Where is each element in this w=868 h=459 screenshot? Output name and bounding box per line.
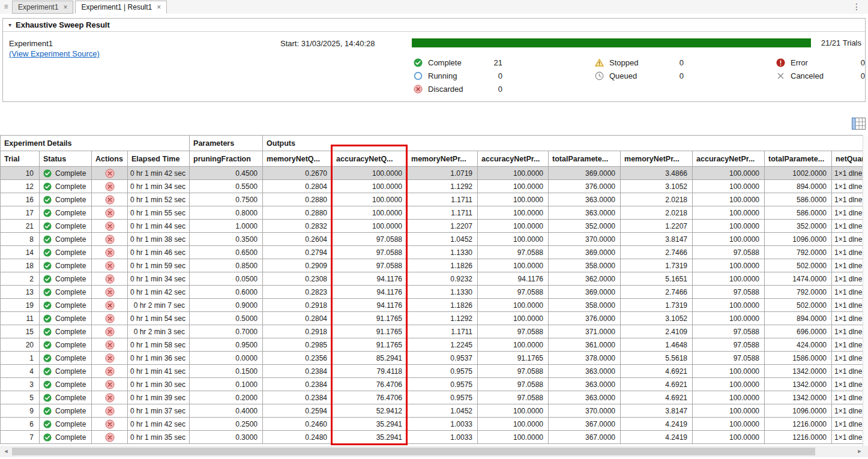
column-header-pruningfraction[interactable]: pruningFraction xyxy=(190,151,263,167)
value-cell[interactable]: 94.1176 xyxy=(333,272,408,286)
value-cell[interactable]: 100.0000 xyxy=(693,312,765,325)
net-quantized-cell[interactable]: 1×1 dlne xyxy=(832,246,863,259)
table-row[interactable]: 4Complete0 hr 1 min 41 sec0.15000.238479… xyxy=(1,365,863,378)
value-cell[interactable]: 369.0000 xyxy=(549,246,621,259)
table-row[interactable]: 9Complete0 hr 1 min 37 sec0.40000.259452… xyxy=(1,404,863,418)
value-cell[interactable]: 362.0000 xyxy=(549,272,621,286)
value-cell[interactable]: 1.1330 xyxy=(408,286,478,299)
value-cell[interactable]: 100.0000 xyxy=(478,206,549,220)
value-cell[interactable]: 76.4706 xyxy=(333,391,408,404)
value-cell[interactable]: 3.1052 xyxy=(621,180,693,193)
value-cell[interactable]: 97.0588 xyxy=(478,391,549,404)
status-cell[interactable]: Complete xyxy=(40,272,92,286)
value-cell[interactable]: 100.0000 xyxy=(478,167,549,180)
value-cell[interactable]: 100.0000 xyxy=(693,233,765,246)
value-cell[interactable]: 1.0452 xyxy=(408,404,478,418)
value-cell[interactable]: 1.0719 xyxy=(408,167,478,180)
discard-trial-button[interactable] xyxy=(92,406,127,416)
value-cell[interactable]: 1216.0000 xyxy=(765,431,832,444)
value-cell[interactable]: 100.0000 xyxy=(478,312,549,325)
trial-cell[interactable]: 4 xyxy=(1,365,40,378)
panel-title-bar[interactable]: ▾ Exhaustive Sweep Result xyxy=(3,19,865,32)
status-cell[interactable]: Complete xyxy=(40,312,92,325)
net-quantized-cell[interactable]: 1×1 dlne xyxy=(832,206,863,220)
close-icon[interactable]: × xyxy=(157,3,161,11)
status-cell[interactable]: Complete xyxy=(40,338,92,352)
value-cell[interactable]: 792.0000 xyxy=(765,286,832,299)
elapsed-time-cell[interactable]: 0 hr 2 min 7 sec xyxy=(128,299,190,312)
value-cell[interactable]: 100.0000 xyxy=(478,220,549,233)
value-cell[interactable]: 1474.0000 xyxy=(765,272,832,286)
status-cell[interactable]: Complete xyxy=(40,299,92,312)
value-cell[interactable]: 97.0588 xyxy=(333,233,408,246)
value-cell[interactable]: 0.2832 xyxy=(263,220,333,233)
value-cell[interactable]: 100.0000 xyxy=(478,299,549,312)
value-cell[interactable]: 0.3500 xyxy=(190,233,263,246)
value-cell[interactable]: 363.0000 xyxy=(549,193,621,206)
elapsed-time-cell[interactable]: 0 hr 1 min 42 sec xyxy=(128,418,190,431)
status-cell[interactable]: Complete xyxy=(40,180,92,193)
discard-trial-button[interactable] xyxy=(92,287,127,297)
column-header-memorynetpr[interactable]: memoryNetPr... xyxy=(408,151,478,167)
value-cell[interactable]: 100.0000 xyxy=(693,299,765,312)
value-cell[interactable]: 1.1826 xyxy=(408,299,478,312)
value-cell[interactable]: 0.5500 xyxy=(190,180,263,193)
value-cell[interactable]: 1586.0000 xyxy=(765,352,832,365)
value-cell[interactable]: 0.2804 xyxy=(263,312,333,325)
column-header-elapsedtime[interactable]: Elapsed Time xyxy=(128,151,190,167)
value-cell[interactable]: 100.0000 xyxy=(478,418,549,431)
value-cell[interactable]: 91.1765 xyxy=(333,338,408,352)
value-cell[interactable]: 97.0588 xyxy=(693,286,765,299)
value-cell[interactable]: 0.2823 xyxy=(263,286,333,299)
value-cell[interactable]: 586.0000 xyxy=(765,206,832,220)
table-row[interactable]: 6Complete0 hr 1 min 42 sec0.25000.246035… xyxy=(1,418,863,431)
elapsed-time-cell[interactable]: 0 hr 1 min 39 sec xyxy=(128,391,190,404)
value-cell[interactable]: 0.4000 xyxy=(190,404,263,418)
value-cell[interactable]: 97.0588 xyxy=(693,325,765,338)
value-cell[interactable]: 0.0000 xyxy=(190,352,263,365)
value-cell[interactable]: 100.0000 xyxy=(693,259,765,272)
status-cell[interactable]: Complete xyxy=(40,365,92,378)
value-cell[interactable]: 0.7000 xyxy=(190,325,263,338)
status-cell[interactable]: Complete xyxy=(40,193,92,206)
table-row[interactable]: 15Complete0 hr 2 min 3 sec0.70000.291891… xyxy=(1,325,863,338)
trial-cell[interactable]: 12 xyxy=(1,180,40,193)
elapsed-time-cell[interactable]: 0 hr 1 min 59 sec xyxy=(128,259,190,272)
table-row[interactable]: 16Complete0 hr 1 min 52 sec0.75000.28801… xyxy=(1,193,863,206)
value-cell[interactable]: 0.2918 xyxy=(263,325,333,338)
value-cell[interactable]: 352.0000 xyxy=(549,220,621,233)
trial-cell[interactable]: 1 xyxy=(1,352,40,365)
value-cell[interactable]: 0.2460 xyxy=(263,418,333,431)
value-cell[interactable]: 1.1826 xyxy=(408,259,478,272)
trial-cell[interactable]: 18 xyxy=(1,259,40,272)
column-header-netquan[interactable]: netQuan xyxy=(832,151,863,167)
elapsed-time-cell[interactable]: 0 hr 1 min 52 sec xyxy=(128,193,190,206)
value-cell[interactable]: 1.0452 xyxy=(408,233,478,246)
net-quantized-cell[interactable]: 1×1 dlne xyxy=(832,299,863,312)
value-cell[interactable]: 363.0000 xyxy=(549,378,621,391)
elapsed-time-cell[interactable]: 0 hr 1 min 37 sec xyxy=(128,404,190,418)
discard-trial-button[interactable] xyxy=(92,314,127,323)
value-cell[interactable]: 100.0000 xyxy=(693,391,765,404)
value-cell[interactable]: 0.9575 xyxy=(408,391,478,404)
elapsed-time-cell[interactable]: 0 hr 1 min 41 sec xyxy=(128,365,190,378)
trial-cell[interactable]: 19 xyxy=(1,299,40,312)
table-row[interactable]: 11Complete0 hr 1 min 54 sec0.50000.28049… xyxy=(1,312,863,325)
elapsed-time-cell[interactable]: 0 hr 1 min 35 sec xyxy=(128,431,190,444)
discard-trial-button[interactable] xyxy=(92,393,127,403)
column-header-trial[interactable]: Trial xyxy=(1,151,40,167)
value-cell[interactable]: 100.0000 xyxy=(693,272,765,286)
value-cell[interactable]: 2.0218 xyxy=(621,193,693,206)
value-cell[interactable]: 85.2941 xyxy=(333,352,408,365)
value-cell[interactable]: 100.0000 xyxy=(693,206,765,220)
value-cell[interactable]: 1096.0000 xyxy=(765,233,832,246)
value-cell[interactable]: 97.0588 xyxy=(478,365,549,378)
table-row[interactable]: 20Complete0 hr 1 min 58 sec0.95000.29859… xyxy=(1,338,863,352)
trial-cell[interactable]: 8 xyxy=(1,233,40,246)
value-cell[interactable]: 94.1176 xyxy=(333,286,408,299)
value-cell[interactable]: 76.4706 xyxy=(333,378,408,391)
column-header-accuracynetq[interactable]: accuracyNetQ... xyxy=(333,151,408,167)
table-row[interactable]: 8Complete0 hr 1 min 38 sec0.35000.260497… xyxy=(1,233,863,246)
value-cell[interactable]: 100.0000 xyxy=(333,167,408,180)
value-cell[interactable]: 97.0588 xyxy=(693,338,765,352)
